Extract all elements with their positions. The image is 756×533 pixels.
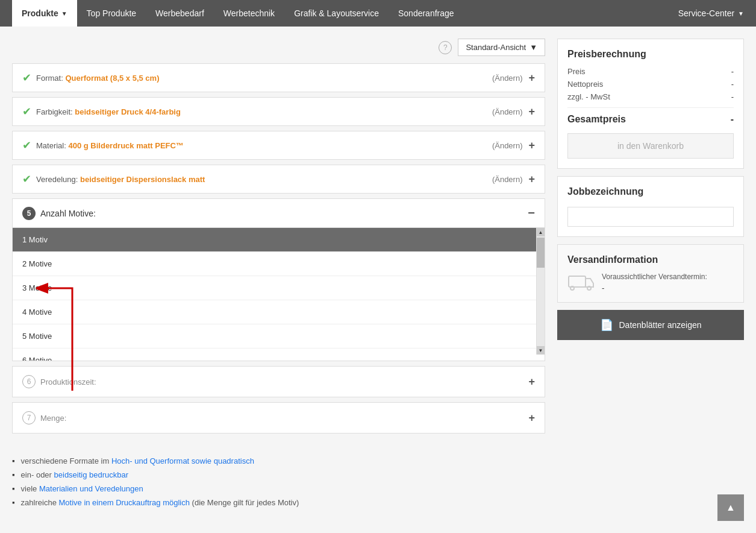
top-navigation: Produkte ▼ Top Produkte Werbebedarf Werb…: [0, 0, 756, 27]
svg-point-1: [570, 286, 574, 290]
scrollbar-down-arrow[interactable]: ▼: [537, 346, 545, 355]
jobbezeichnung-title: Jobbezeichnung: [567, 186, 734, 197]
service-center-chevron-icon: ▼: [738, 10, 744, 17]
versand-panel: Versandinformation Voraussichtlicher Ver…: [557, 244, 744, 303]
check-icon-farbigkeit: ✔: [22, 105, 31, 118]
bullet-link-2[interactable]: Materialien und Veredelungen: [39, 484, 143, 493]
motive-header: 5 Anzahl Motive: −: [13, 199, 545, 227]
nav-item-grafik[interactable]: Grafik & Layoutservice: [284, 0, 389, 27]
motive-section: 5 Anzahl Motive: − 1 Motiv 2 Motiv: [12, 198, 545, 361]
right-sidebar: Preisberechnung Preis - Nettopreis - zzg…: [557, 39, 744, 438]
produktionszeit-label: Produktionszeit:: [40, 377, 96, 386]
price-row-preis: Preis -: [567, 67, 734, 76]
nav-item-produkte[interactable]: Produkte ▼: [12, 0, 77, 27]
scrollbar-up-arrow[interactable]: ▲: [537, 228, 545, 236]
scroll-up-icon: ▲: [726, 502, 736, 513]
price-row-mwst: zzgl. - MwSt -: [567, 92, 734, 101]
daten-button[interactable]: 📄 Datenblätter anzeigen: [557, 310, 744, 340]
bottom-section: verschiedene Formate im Hoch- und Querfo…: [0, 438, 756, 530]
config-row-material: ✔ Material: 400 g Bilderdruck matt PEFC™…: [12, 131, 545, 160]
bullet-link-1[interactable]: beidseitig bedruckbar: [54, 470, 129, 479]
menge-label: Menge:: [40, 414, 66, 423]
motive-item-5[interactable]: 5 Motive: [13, 324, 536, 348]
gesamtpreis-row: Gesamtpreis -: [567, 107, 734, 125]
motive-section-title: Anzahl Motive:: [40, 209, 96, 218]
bullet-item-1: ein- oder beidseitig bedruckbar: [12, 470, 744, 479]
main-container: ? Standard-Ansicht ▼ ✔ Format: Querforma…: [0, 27, 756, 438]
step-badge-7: 7: [22, 411, 36, 424]
motive-item-1[interactable]: 1 Motiv: [13, 228, 536, 252]
versand-title: Versandinformation: [567, 254, 734, 265]
nav-item-werbebedarf[interactable]: Werbebedarf: [146, 0, 214, 27]
motive-scrollbar-track[interactable]: ▲ ▼: [536, 228, 545, 355]
scrollbar-thumb[interactable]: [537, 238, 545, 268]
standard-view-row: ? Standard-Ansicht ▼: [12, 39, 545, 56]
config-row-farbigkeit: ✔ Farbigkeit: beidseitiger Druck 4/4-far…: [12, 97, 545, 126]
collapsed-section-6: 6 Produktionszeit: +: [12, 366, 545, 397]
veredelung-value: beidseitiger Dispersionslack matt: [80, 175, 205, 184]
versand-label: Voraussichtlicher Versandtermin:: [602, 273, 707, 281]
bullet-item-3: zahlreiche Motive in einem Druckauftrag …: [12, 498, 744, 507]
motive-item-2[interactable]: 2 Motive: [13, 252, 536, 276]
veredelung-plus-button[interactable]: +: [528, 173, 535, 186]
format-value: Querformat (8,5 x 5,5 cm): [65, 74, 159, 83]
material-change-link[interactable]: (Ändern): [492, 141, 523, 150]
bullet-link-3[interactable]: Motive in einem Druckauftrag möglich: [58, 498, 189, 507]
motive-dropdown-items: 1 Motiv 2 Motive 3 Motive 4 Motive: [13, 228, 536, 361]
svg-point-2: [587, 286, 591, 290]
nav-item-top-produkte[interactable]: Top Produkte: [77, 0, 146, 27]
material-plus-button[interactable]: +: [528, 139, 535, 152]
bullet-item-0: verschiedene Formate im Hoch- und Querfo…: [12, 456, 744, 465]
price-row-nettopreis: Nettopreis -: [567, 80, 734, 89]
preisberechnung-panel: Preisberechnung Preis - Nettopreis - zzg…: [557, 39, 744, 169]
nav-item-sonderanfrage[interactable]: Sonderanfrage: [389, 0, 464, 27]
scroll-to-top-button[interactable]: ▲: [717, 494, 744, 521]
nav-item-werbetechnik[interactable]: Werbetechnik: [214, 0, 284, 27]
farbigkeit-change-link[interactable]: (Ändern): [492, 107, 523, 116]
standard-view-chevron-icon: ▼: [530, 43, 537, 52]
motive-dropdown-container: 1 Motiv 2 Motive 3 Motive 4 Motive: [13, 228, 545, 361]
motive-item-6[interactable]: 6 Motive: [13, 348, 536, 361]
motive-minus-button[interactable]: −: [528, 206, 535, 220]
config-row-veredelung: ✔ Veredelung: beidseitiger Dispersionsla…: [12, 165, 545, 194]
material-value: 400 g Bilderdruck matt PEFC™: [68, 141, 183, 150]
farbigkeit-plus-button[interactable]: +: [528, 106, 535, 118]
chevron-down-icon: ▼: [61, 10, 67, 17]
produktionszeit-plus-button[interactable]: +: [528, 376, 535, 388]
config-row-format: ✔ Format: Querformat (8,5 x 5,5 cm) (Änd…: [12, 63, 545, 92]
check-icon-veredelung: ✔: [22, 172, 31, 186]
cart-button[interactable]: in den Warenkorb: [567, 133, 734, 159]
menge-plus-button[interactable]: +: [528, 412, 535, 424]
feature-list: verschiedene Formate im Hoch- und Querfo…: [12, 456, 744, 507]
format-plus-button[interactable]: +: [528, 72, 535, 84]
jobbezeichnung-panel: Jobbezeichnung: [557, 176, 744, 237]
left-content: ? Standard-Ansicht ▼ ✔ Format: Querforma…: [12, 39, 545, 438]
preisberechnung-title: Preisberechnung: [567, 49, 734, 60]
veredelung-change-link[interactable]: (Ändern): [492, 175, 523, 184]
service-center-button[interactable]: Service-Center ▼: [678, 8, 744, 18]
check-icon-material: ✔: [22, 139, 31, 152]
daten-icon: 📄: [600, 318, 613, 332]
check-icon-format: ✔: [22, 71, 31, 84]
help-icon[interactable]: ?: [439, 41, 452, 54]
step-badge-6: 6: [22, 375, 36, 388]
motive-dropdown-list: 1 Motiv 2 Motive 3 Motive 4 Motive: [13, 227, 545, 361]
svg-rect-0: [569, 276, 586, 287]
motive-item-3[interactable]: 3 Motive: [13, 276, 536, 300]
step-badge-5: 5: [22, 207, 36, 220]
versand-date: -: [602, 283, 707, 292]
bullet-link-0[interactable]: Hoch- und Querformat sowie quadratisch: [111, 456, 254, 465]
format-change-link[interactable]: (Ändern): [492, 74, 523, 83]
jobbezeichnung-input[interactable]: [567, 207, 734, 227]
farbigkeit-value: beidseitiger Druck 4/4-farbig: [75, 107, 181, 116]
bullet-item-2: viele Materialien und Veredelungen: [12, 484, 744, 493]
collapsed-section-7: 7 Menge: +: [12, 402, 545, 434]
truck-icon: [567, 273, 595, 292]
standard-view-button[interactable]: Standard-Ansicht ▼: [458, 39, 545, 56]
motive-item-4[interactable]: 4 Motive: [13, 300, 536, 324]
